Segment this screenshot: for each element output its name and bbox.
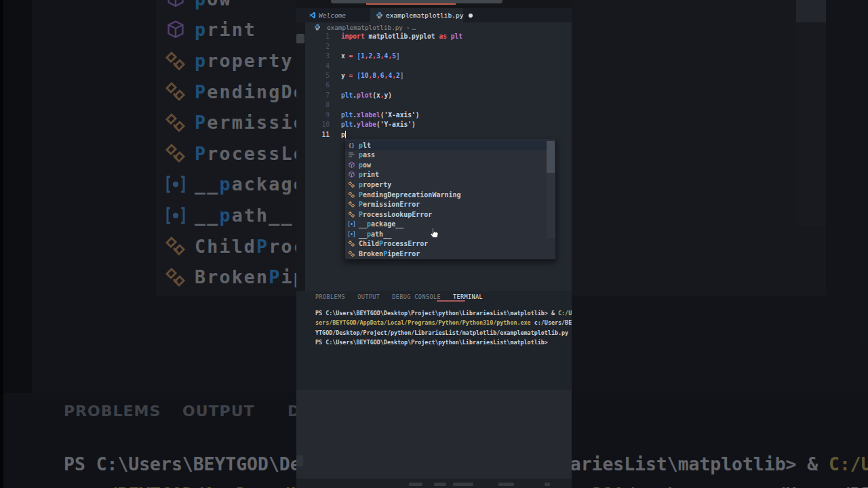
suggest-scrollbar-thumb[interactable] <box>547 141 555 173</box>
suggestion-item[interactable]: ChildProcessError <box>345 239 555 249</box>
suggestion-label: ChildProcessError <box>359 240 428 247</box>
code-text: plt.xlabel('X-axis') <box>341 110 420 120</box>
ui-fragment <box>296 34 304 43</box>
taskbar-icon-mark <box>498 483 514 486</box>
terminal-line: YTGOD/Desktop/Project/python/LibrariesLi… <box>315 328 572 338</box>
terminal-line: PS C:\Users\BEYTGOD\Desktop\Project\pyth… <box>315 308 572 318</box>
class-symbol-icon <box>348 191 355 199</box>
text-cursor <box>345 131 347 138</box>
function-symbol-icon <box>348 171 355 178</box>
suggestion-label: ProcessLookupError <box>359 211 432 218</box>
line-number: 2 <box>305 42 330 52</box>
code-editor[interactable]: 1import matplotlib.pyplot as plt23x = [1… <box>305 32 572 140</box>
svg-text:{}: {} <box>349 142 355 148</box>
line-number: 10 <box>305 120 330 129</box>
line-number: 1 <box>305 32 330 41</box>
code-line[interactable]: 5y = [10,8,6,4,2] <box>305 71 572 81</box>
suggestion-label: print <box>359 171 379 178</box>
vscode-window: Welcome examplematplotlib.py examplematp… <box>296 0 572 488</box>
video-letterbox-fill <box>296 390 572 479</box>
suggestion-label: property <box>359 181 391 188</box>
suggestion-item[interactable]: property <box>345 180 555 190</box>
field-symbol-icon <box>348 230 355 238</box>
suggestion-item[interactable]: PendingDeprecationWarning <box>345 190 555 200</box>
suggestion-item[interactable]: {}plt <box>345 140 555 150</box>
field-symbol-icon <box>348 220 355 228</box>
code-line[interactable]: 4 <box>305 62 572 71</box>
panel-tab-problems[interactable]: PROBLEMS <box>315 293 345 300</box>
code-line[interactable]: 8 <box>305 100 572 110</box>
taskbar-icon-mark <box>453 483 473 486</box>
suggestion-label: pass <box>359 151 375 159</box>
class-symbol-icon <box>348 240 355 247</box>
active-tab-top-border <box>366 3 456 5</box>
code-line[interactable]: 1import matplotlib.pyplot as plt <box>305 32 572 41</box>
code-line[interactable]: 10plt.ylabe('Y-axis') <box>305 120 572 129</box>
class-symbol-icon <box>348 201 355 208</box>
suggestion-label: pow <box>359 161 371 169</box>
breadcrumb-more[interactable]: … <box>412 24 416 31</box>
taskbar-icon-mark <box>545 483 550 486</box>
suggestion-item[interactable]: ProcessLookupError <box>345 209 555 220</box>
editor-tab-bar: Welcome examplematplotlib.py <box>296 8 572 22</box>
code-text: x = [1,2,3,4,5] <box>341 52 400 61</box>
suggestion-label: __package__ <box>359 220 403 228</box>
code-text: plt.plot(x,y) <box>341 91 392 100</box>
class-symbol-icon <box>348 181 355 188</box>
line-number: 11 <box>305 130 330 140</box>
code-text: y = [10,8,6,4,2] <box>341 71 404 81</box>
code-line[interactable]: 11p <box>305 130 572 140</box>
code-line[interactable]: 7plt.plot(x,y) <box>305 91 572 100</box>
suggestion-label: BrokenPipeError <box>359 250 420 258</box>
vscode-logo-icon <box>309 12 316 19</box>
suggestion-item[interactable]: __package__ <box>345 219 555 229</box>
code-line[interactable]: 9plt.xlabel('X-axis') <box>305 110 572 120</box>
intellisense-dropdown: {}pltpasspowprintpropertyPendingDeprecat… <box>344 140 556 260</box>
class-symbol-icon <box>348 211 355 218</box>
code-text: p <box>341 130 346 140</box>
code-text: import matplotlib.pyplot as plt <box>341 32 462 41</box>
terminal-line: sers/BEYTGOD/AppData/Local/Programs/Pyth… <box>315 318 572 327</box>
terminal-tab-underline <box>437 300 465 302</box>
line-number: 8 <box>305 100 330 110</box>
suggest-scrollbar-track[interactable] <box>547 173 555 238</box>
suggestion-item[interactable]: pow <box>345 160 555 170</box>
suggestion-item[interactable]: BrokenPipeError <box>345 249 555 259</box>
panel-tab-output[interactable]: OUTPUT <box>357 293 380 300</box>
suggestion-item[interactable]: __path__ <box>345 229 555 239</box>
line-number: 3 <box>305 52 330 61</box>
suggestion-item[interactable]: print <box>345 170 555 180</box>
suggestion-label: __path__ <box>359 230 391 238</box>
breadcrumb-separator: › <box>406 24 410 31</box>
terminal-output[interactable]: PS C:\Users\BEYTGOD\Desktop\Project\pyth… <box>315 308 572 347</box>
mouse-cursor <box>429 226 440 241</box>
panel-tab-terminal[interactable]: TERMINAL <box>453 293 483 300</box>
line-number: 7 <box>305 91 330 100</box>
unsaved-changes-dot[interactable] <box>469 14 473 18</box>
suggestion-item[interactable]: pass <box>345 150 555 161</box>
breadcrumb[interactable]: examplematplotlib.py › … <box>305 22 572 32</box>
line-number: 4 <box>305 62 330 71</box>
code-text: plt.ylabe('Y-axis') <box>341 120 416 129</box>
panel-tab-debug-console[interactable]: DEBUG CONSOLE <box>392 293 441 300</box>
taskbar-icon-mark <box>434 483 446 486</box>
module-symbol-icon: {} <box>348 142 355 149</box>
taskbar-icon-mark <box>409 483 422 486</box>
code-line[interactable]: 3x = [1,2,3,4,5] <box>305 52 572 61</box>
python-file-icon <box>376 12 383 19</box>
breadcrumb-file[interactable]: examplematplotlib.py <box>327 24 403 31</box>
suggestion-label: PermissionError <box>359 201 420 208</box>
code-line[interactable]: 6 <box>305 81 572 90</box>
line-number: 5 <box>305 71 330 81</box>
ui-fragment <box>296 455 303 466</box>
suggestion-label: PendingDeprecationWarning <box>359 191 461 199</box>
keyword-symbol-icon <box>348 151 355 159</box>
python-file-icon <box>314 24 321 31</box>
function-symbol-icon <box>348 161 355 169</box>
suggestion-item[interactable]: PermissionError <box>345 199 555 209</box>
tab-welcome[interactable]: Welcome <box>296 8 352 22</box>
tab-examplematplotlib[interactable]: examplematplotlib.py <box>370 8 463 22</box>
line-number: 9 <box>305 110 330 120</box>
code-line[interactable]: 2 <box>305 42 572 52</box>
screen: {}pltpasspowprintpropertyPendingDeprecat… <box>0 0 868 488</box>
